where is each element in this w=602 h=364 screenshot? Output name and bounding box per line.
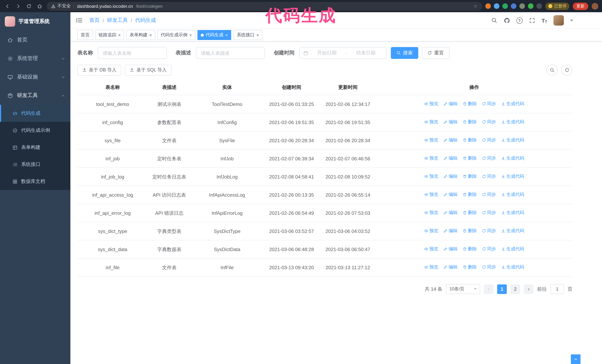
op-delete-link[interactable]: 删除 xyxy=(463,246,477,252)
help-icon[interactable]: ? xyxy=(516,17,523,23)
op-sync-link[interactable]: 同步 xyxy=(482,246,496,252)
github-icon[interactable] xyxy=(504,17,510,23)
op-sync-link[interactable]: 同步 xyxy=(482,118,496,125)
paused-badge[interactable]: 已暂停 xyxy=(545,2,570,10)
browser-profile-avatar[interactable] xyxy=(592,3,598,10)
security-warning[interactable]: 不安全 xyxy=(51,3,71,9)
extension-icon[interactable] xyxy=(537,3,542,9)
op-edit-link[interactable]: 编辑 xyxy=(443,173,458,180)
op-delete-link[interactable]: 删除 xyxy=(463,137,477,144)
sidebar-item-form-builder[interactable]: 表单构建 xyxy=(0,139,70,156)
page-2-button[interactable]: 2 xyxy=(510,284,520,294)
op-edit-link[interactable]: 编辑 xyxy=(443,246,458,252)
toggle-search-button[interactable] xyxy=(547,64,558,75)
breadcrumb-home[interactable]: 首页 xyxy=(89,17,100,24)
op-preview-link[interactable]: 预览 xyxy=(424,100,438,107)
op-generate-link[interactable]: 生成代码 xyxy=(501,173,524,180)
home-icon[interactable] xyxy=(36,2,43,10)
sidebar-item-database-doc[interactable]: 数据库文档 xyxy=(0,173,70,190)
op-generate-link[interactable]: 生成代码 xyxy=(501,246,524,252)
tab-codegen[interactable]: 代码生成 × xyxy=(197,30,231,40)
bookmark-star-icon[interactable]: ☆ xyxy=(473,3,478,9)
extension-icon[interactable] xyxy=(485,3,491,9)
op-generate-link[interactable]: 生成代码 xyxy=(501,264,524,271)
table-name-input[interactable] xyxy=(98,47,167,59)
avatar-caret-icon[interactable] xyxy=(570,20,573,21)
sidebar-item-infrastructure[interactable]: 基础设施 xyxy=(0,68,70,86)
op-edit-link[interactable]: 编辑 xyxy=(443,191,458,198)
address-bar[interactable]: 不安全 dashboard.yudao.iocoder.cn /tool/cod… xyxy=(47,2,482,10)
tab-codegen-example[interactable]: 代码生成示例 × xyxy=(157,30,195,40)
op-generate-link[interactable]: 生成代码 xyxy=(501,191,524,198)
user-avatar[interactable] xyxy=(553,15,564,26)
op-delete-link[interactable]: 删除 xyxy=(463,209,477,216)
import-sql-button[interactable]: 基于 SQL 导入 xyxy=(125,65,172,75)
op-preview-link[interactable]: 预览 xyxy=(424,173,438,180)
op-preview-link[interactable]: 预览 xyxy=(424,246,438,252)
sidebar-item-dev-tools[interactable]: 研发工具 xyxy=(0,86,70,105)
op-preview-link[interactable]: 预览 xyxy=(424,118,438,125)
op-generate-link[interactable]: 生成代码 xyxy=(501,100,524,107)
forward-icon[interactable] xyxy=(14,2,22,10)
op-edit-link[interactable]: 编辑 xyxy=(443,118,458,125)
op-sync-link[interactable]: 同步 xyxy=(482,100,496,107)
op-generate-link[interactable]: 生成代码 xyxy=(501,118,524,125)
sidebar-item-system-api[interactable]: 系统接口 xyxy=(0,156,70,173)
extension-icon[interactable] xyxy=(528,3,533,9)
table-desc-input[interactable] xyxy=(196,47,265,59)
tab-close-icon[interactable]: × xyxy=(149,33,152,37)
breadcrumb-dev-tools[interactable]: 研发工具 xyxy=(107,17,128,24)
import-db-button[interactable]: 基于 DB 导入 xyxy=(77,65,121,75)
op-sync-link[interactable]: 同步 xyxy=(482,137,496,144)
refresh-table-button[interactable] xyxy=(561,64,572,75)
reset-button[interactable]: 重置 xyxy=(422,47,449,59)
tab-trace[interactable]: 链路追踪 × xyxy=(95,30,124,40)
tab-close-icon[interactable]: × xyxy=(256,33,259,37)
extension-icon[interactable] xyxy=(519,3,525,9)
breadcrumb-codegen[interactable]: 代码生成 xyxy=(135,17,156,24)
tab-home[interactable]: 首页 xyxy=(77,30,93,40)
op-delete-link[interactable]: 删除 xyxy=(463,191,477,198)
extension-icon[interactable] xyxy=(502,3,508,9)
collapse-sidebar-icon[interactable] xyxy=(76,17,83,24)
tab-form-builder[interactable]: 表单构建 × xyxy=(126,30,155,40)
op-edit-link[interactable]: 编辑 xyxy=(443,137,458,144)
update-button[interactable]: 更新 xyxy=(573,2,588,10)
op-delete-link[interactable]: 删除 xyxy=(463,173,477,180)
op-sync-link[interactable]: 同步 xyxy=(482,227,496,234)
tab-close-icon[interactable]: × xyxy=(118,33,121,37)
search-icon[interactable] xyxy=(491,17,497,23)
op-generate-link[interactable]: 生成代码 xyxy=(501,227,524,234)
back-icon[interactable] xyxy=(4,2,11,10)
page-1-button[interactable]: 1 xyxy=(497,284,507,294)
prev-page-button[interactable]: ‹ xyxy=(484,284,494,294)
op-delete-link[interactable]: 删除 xyxy=(463,227,477,234)
op-generate-link[interactable]: 生成代码 xyxy=(501,209,524,216)
op-edit-link[interactable]: 编辑 xyxy=(443,264,458,271)
op-sync-link[interactable]: 同步 xyxy=(482,191,496,198)
op-delete-link[interactable]: 删除 xyxy=(463,155,477,162)
font-size-icon[interactable]: TT xyxy=(541,17,547,23)
page-size-select[interactable]: 10条/页 xyxy=(446,284,480,294)
op-preview-link[interactable]: 预览 xyxy=(424,155,438,162)
op-edit-link[interactable]: 编辑 xyxy=(443,155,458,162)
extension-icon[interactable] xyxy=(494,3,499,9)
op-edit-link[interactable]: 编辑 xyxy=(443,227,458,234)
op-preview-link[interactable]: 预览 xyxy=(424,209,438,216)
tab-system-api[interactable]: 系统接口 × xyxy=(233,30,262,40)
op-sync-link[interactable]: 同步 xyxy=(482,173,496,180)
sidebar-item-system-management[interactable]: 系统管理 xyxy=(0,49,70,68)
op-preview-link[interactable]: 预览 xyxy=(424,137,438,144)
op-delete-link[interactable]: 删除 xyxy=(463,118,477,125)
next-page-button[interactable]: › xyxy=(524,284,533,294)
op-generate-link[interactable]: 生成代码 xyxy=(501,155,524,162)
reload-icon[interactable] xyxy=(25,2,32,10)
fullscreen-icon[interactable] xyxy=(529,17,535,23)
tab-close-icon[interactable]: × xyxy=(189,33,192,37)
extension-icon[interactable] xyxy=(511,3,516,9)
op-preview-link[interactable]: 预览 xyxy=(424,264,438,271)
op-sync-link[interactable]: 同步 xyxy=(482,209,496,216)
op-sync-link[interactable]: 同步 xyxy=(482,155,496,162)
op-generate-link[interactable]: 生成代码 xyxy=(501,137,524,144)
sidebar-item-codegen-example[interactable]: 代码生成示例 xyxy=(0,122,70,139)
